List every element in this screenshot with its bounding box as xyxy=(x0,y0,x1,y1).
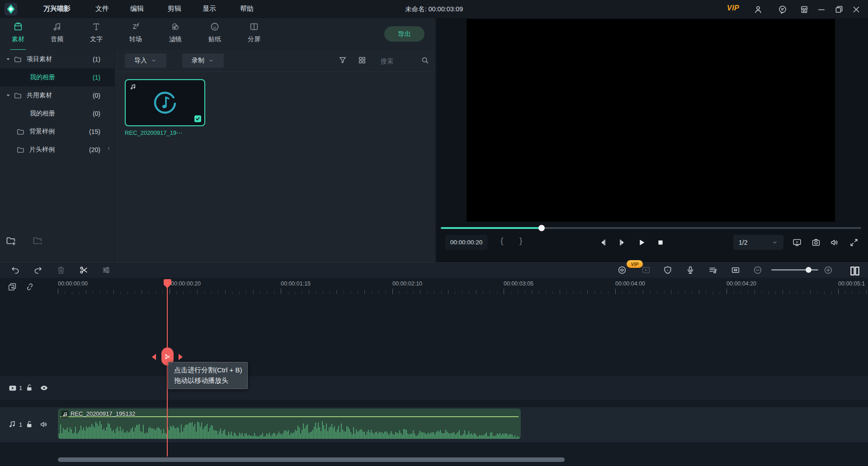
stop-button[interactable] xyxy=(656,238,665,247)
record-button[interactable]: 录制 xyxy=(182,53,224,68)
titlebar: 万兴喵影 文件 编辑 剪辑 显示 帮助 未命名: 00:00:03:09 VIP xyxy=(0,0,868,19)
ruler-label: 00:00:01:15 xyxy=(281,281,311,287)
sidebar-item-intro-samples[interactable]: 片头样例 (20) xyxy=(0,141,114,159)
preview-quality-dropdown[interactable]: 1/2 xyxy=(733,235,783,250)
timeline-ruler[interactable]: 00:00:00:00 00:00:00:20 00:00:01:15 00:0… xyxy=(0,278,868,294)
timeline-zoom-slider[interactable] xyxy=(771,269,818,271)
mark-out-button[interactable]: } xyxy=(519,236,522,246)
adjust-button[interactable] xyxy=(101,265,111,275)
minimize-button[interactable] xyxy=(816,5,826,14)
vip-badge: VIP xyxy=(627,260,643,268)
music-disc-icon xyxy=(152,90,178,117)
divider xyxy=(115,71,435,72)
screen-record-button[interactable] xyxy=(641,265,651,275)
fullscreen-icon[interactable] xyxy=(849,238,859,247)
tab-splitscreen[interactable]: 分屏 xyxy=(236,22,272,49)
transition-icon xyxy=(131,22,141,32)
zoom-in-icon[interactable] xyxy=(823,265,833,275)
mute-speaker-icon[interactable] xyxy=(39,420,48,429)
media-sidebar: 项目素材 (1) 我的相册 (1) 共用素材 (0) 我的相册 (0) 背景样例… xyxy=(0,50,115,262)
restore-button[interactable] xyxy=(834,5,844,14)
visibility-eye-icon[interactable] xyxy=(39,383,49,393)
lock-icon[interactable] xyxy=(25,383,34,392)
export-button[interactable]: 导出 xyxy=(384,26,425,42)
vip-button[interactable]: VIP xyxy=(727,4,739,12)
mark-in-button[interactable]: { xyxy=(500,236,503,246)
remove-folder-icon[interactable] xyxy=(32,235,43,246)
sidebar-item-shared-media[interactable]: 共用素材 (0) xyxy=(0,86,114,105)
zoom-out-icon[interactable] xyxy=(753,265,763,275)
add-folder-icon[interactable] xyxy=(5,235,16,246)
audio-file-icon xyxy=(129,83,137,93)
audio-clip-type-chip xyxy=(61,410,69,418)
import-button[interactable]: 导入 xyxy=(125,53,166,68)
search-input[interactable] xyxy=(380,54,421,68)
seek-bar[interactable] xyxy=(441,227,861,229)
media-tabbar: 素材 音频 文字 转场 滤镜 贴纸 分屏 导出 xyxy=(0,18,435,50)
tab-sticker[interactable]: 贴纸 xyxy=(197,22,233,49)
lock-icon[interactable] xyxy=(25,420,34,429)
panel-layout-icon[interactable] xyxy=(849,265,861,277)
playhead-line[interactable] xyxy=(167,279,168,456)
sidebar-item-project-media[interactable]: 项目素材 (1) xyxy=(0,50,114,68)
audio-clip-label: REC_20200917_195132 xyxy=(71,410,135,417)
next-frame-button[interactable] xyxy=(617,238,627,247)
volume-icon[interactable] xyxy=(830,238,840,247)
chevron-down-icon xyxy=(772,239,778,246)
search-icon[interactable] xyxy=(420,56,429,65)
voiceover-button[interactable] xyxy=(685,265,695,275)
voice-changer-button[interactable] xyxy=(617,265,627,275)
tab-text[interactable]: 文字 xyxy=(78,22,114,49)
audio-clip[interactable]: REC_20200917_195132 xyxy=(58,409,521,439)
video-track-icon xyxy=(8,383,18,393)
caret-down-icon[interactable] xyxy=(5,93,11,98)
feedback-icon[interactable] xyxy=(778,5,788,14)
timeline-scrollbar[interactable] xyxy=(58,457,565,462)
folder-icon xyxy=(16,146,25,154)
video-viewport xyxy=(467,19,835,222)
collapse-sidebar-arrow[interactable]: ‹ xyxy=(108,144,110,152)
video-track-number: 1 xyxy=(19,385,22,391)
seek-bar-fill xyxy=(441,227,542,229)
undo-button[interactable] xyxy=(10,265,20,275)
store-icon[interactable] xyxy=(799,5,809,14)
tab-transition[interactable]: 转场 xyxy=(118,22,154,49)
media-item-label: REC_20200917_19⋯ xyxy=(125,129,205,136)
ruler-label: 00:00:04:00 xyxy=(615,281,645,287)
seek-handle[interactable] xyxy=(538,225,545,231)
sidebar-item-my-album-1[interactable]: 我的相册 (1) xyxy=(0,68,114,86)
grid-view-icon[interactable] xyxy=(358,56,367,65)
render-protect-button[interactable] xyxy=(663,265,673,275)
playhead-flag[interactable] xyxy=(164,279,171,285)
media-item-card[interactable] xyxy=(125,79,205,126)
snapshot-icon[interactable] xyxy=(811,238,821,247)
timeline-toolbar: VIP xyxy=(0,262,868,279)
previous-frame-button[interactable] xyxy=(598,238,608,247)
playhead-left-arrow[interactable] xyxy=(152,354,156,360)
zoom-slider-knob[interactable] xyxy=(806,267,811,273)
auto-ripple-button[interactable] xyxy=(731,265,741,275)
play-button[interactable] xyxy=(637,238,646,247)
selected-checkbox[interactable] xyxy=(194,115,201,122)
tab-audio[interactable]: 音频 xyxy=(39,22,75,49)
split-button[interactable] xyxy=(79,265,89,275)
delete-button[interactable] xyxy=(56,265,66,275)
tooltip-line1: 点击进行分割(Ctrl + B) xyxy=(174,365,242,375)
filter-funnel-icon[interactable] xyxy=(338,56,347,65)
filter-icon xyxy=(170,22,180,32)
sidebar-item-background-samples[interactable]: 背景样例 (15) xyxy=(0,123,114,141)
playhead-right-arrow[interactable] xyxy=(179,354,183,360)
close-button[interactable] xyxy=(851,5,861,14)
ruler-label: 00:00:03:05 xyxy=(504,281,533,287)
ruler-label: 00:00:00:20 xyxy=(171,281,201,287)
tab-filter[interactable]: 滤镜 xyxy=(157,22,193,49)
account-icon[interactable] xyxy=(753,5,763,14)
sidebar-item-my-album-2[interactable]: 我的相册 (0) xyxy=(0,105,114,123)
display-device-icon[interactable] xyxy=(792,238,802,247)
audio-waveform xyxy=(59,418,520,439)
tab-media[interactable]: 素材 xyxy=(0,22,36,49)
tooltip-line2: 拖动以移动播放头 xyxy=(174,375,242,385)
redo-button[interactable] xyxy=(33,265,43,275)
caret-down-icon[interactable] xyxy=(5,57,11,62)
audio-mixer-button[interactable] xyxy=(708,265,718,275)
